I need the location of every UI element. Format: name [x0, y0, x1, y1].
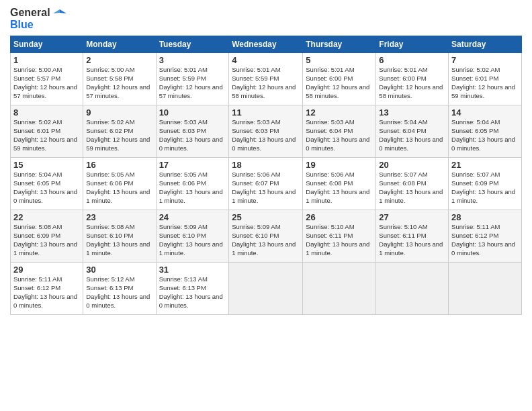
day-number: 2 [86, 55, 152, 65]
day-info: Sunrise: 5:05 AMSunset: 6:06 PMDaylight:… [86, 171, 150, 203]
calendar-cell: 18 Sunrise: 5:06 AMSunset: 6:07 PMDaylig… [229, 158, 303, 210]
day-number: 11 [232, 107, 300, 118]
calendar-table: SundayMondayTuesdayWednesdayThursdayFrid… [10, 36, 522, 315]
calendar-cell [449, 263, 522, 315]
calendar-cell: 23 Sunrise: 5:08 AMSunset: 6:10 PMDaylig… [83, 210, 156, 263]
day-number: 3 [159, 55, 226, 65]
main-container: General Blue SundayMondayTuesdayWednesda… [0, 0, 532, 322]
day-header-monday: Monday [83, 36, 156, 53]
calendar-cell: 6 Sunrise: 5:01 AMSunset: 6:00 PMDayligh… [376, 53, 449, 105]
day-number: 26 [306, 212, 373, 222]
day-number: 8 [13, 107, 80, 118]
calendar-week-row: 8 Sunrise: 5:02 AMSunset: 6:01 PMDayligh… [11, 105, 522, 158]
calendar-cell: 17 Sunrise: 5:05 AMSunset: 6:06 PMDaylig… [156, 158, 229, 210]
calendar-cell [303, 263, 376, 315]
day-number: 15 [13, 160, 80, 170]
day-info: Sunrise: 5:01 AMSunset: 5:59 PMDaylight:… [232, 66, 296, 99]
day-info: Sunrise: 5:11 AMSunset: 6:12 PMDaylight:… [451, 223, 515, 256]
day-number: 7 [451, 55, 519, 65]
day-number: 19 [306, 160, 373, 170]
day-number: 30 [86, 265, 152, 275]
calendar-week-row: 22 Sunrise: 5:08 AMSunset: 6:09 PMDaylig… [11, 210, 522, 263]
day-info: Sunrise: 5:08 AMSunset: 6:10 PMDaylight:… [86, 223, 150, 256]
calendar-cell: 28 Sunrise: 5:11 AMSunset: 6:12 PMDaylig… [449, 210, 522, 263]
calendar-cell: 22 Sunrise: 5:08 AMSunset: 6:09 PMDaylig… [11, 210, 83, 263]
calendar-cell: 1 Sunrise: 5:00 AMSunset: 5:57 PMDayligh… [11, 53, 83, 105]
calendar-cell: 2 Sunrise: 5:00 AMSunset: 5:58 PMDayligh… [83, 53, 156, 105]
calendar-cell: 9 Sunrise: 5:02 AMSunset: 6:02 PMDayligh… [83, 105, 156, 158]
day-number: 25 [232, 212, 300, 222]
day-number: 17 [159, 160, 226, 170]
day-number: 14 [451, 107, 519, 118]
calendar-cell: 19 Sunrise: 5:06 AMSunset: 6:08 PMDaylig… [303, 158, 376, 210]
logo-bird-icon [53, 8, 66, 19]
day-info: Sunrise: 5:07 AMSunset: 6:08 PMDaylight:… [379, 171, 443, 203]
day-number: 27 [379, 212, 445, 222]
calendar-cell: 16 Sunrise: 5:05 AMSunset: 6:06 PMDaylig… [83, 158, 156, 210]
day-number: 28 [451, 212, 519, 222]
svg-marker-1 [53, 9, 60, 13]
day-info: Sunrise: 5:10 AMSunset: 6:11 PMDaylight:… [379, 223, 443, 256]
day-info: Sunrise: 5:08 AMSunset: 6:09 PMDaylight:… [13, 223, 77, 256]
day-info: Sunrise: 5:00 AMSunset: 5:57 PMDaylight:… [13, 66, 77, 99]
calendar-week-row: 1 Sunrise: 5:00 AMSunset: 5:57 PMDayligh… [11, 53, 522, 105]
day-number: 10 [159, 107, 226, 118]
calendar-cell: 24 Sunrise: 5:09 AMSunset: 6:10 PMDaylig… [156, 210, 229, 263]
day-header-friday: Friday [376, 36, 449, 53]
day-number: 5 [306, 55, 373, 65]
day-info: Sunrise: 5:09 AMSunset: 6:10 PMDaylight:… [232, 223, 296, 256]
calendar-cell [229, 263, 303, 315]
calendar-cell: 20 Sunrise: 5:07 AMSunset: 6:08 PMDaylig… [376, 158, 449, 210]
day-number: 29 [13, 265, 80, 275]
day-info: Sunrise: 5:00 AMSunset: 5:58 PMDaylight:… [86, 66, 150, 99]
day-info: Sunrise: 5:02 AMSunset: 6:01 PMDaylight:… [13, 118, 77, 151]
logo: General Blue [10, 7, 66, 30]
calendar-cell: 12 Sunrise: 5:03 AMSunset: 6:04 PMDaylig… [303, 105, 376, 158]
calendar-cell: 15 Sunrise: 5:04 AMSunset: 6:05 PMDaylig… [11, 158, 83, 210]
day-header-thursday: Thursday [303, 36, 376, 53]
calendar-cell: 30 Sunrise: 5:12 AMSunset: 6:13 PMDaylig… [83, 263, 156, 315]
day-info: Sunrise: 5:02 AMSunset: 6:02 PMDaylight:… [86, 118, 150, 151]
day-info: Sunrise: 5:04 AMSunset: 6:05 PMDaylight:… [451, 118, 515, 151]
day-number: 24 [159, 212, 226, 222]
day-number: 21 [451, 160, 519, 170]
day-number: 16 [86, 160, 152, 170]
day-info: Sunrise: 5:03 AMSunset: 6:03 PMDaylight:… [232, 118, 296, 151]
day-info: Sunrise: 5:01 AMSunset: 5:59 PMDaylight:… [159, 66, 223, 99]
calendar-cell [376, 263, 449, 315]
logo-text: General Blue [10, 7, 66, 30]
day-info: Sunrise: 5:02 AMSunset: 6:01 PMDaylight:… [451, 66, 515, 99]
day-info: Sunrise: 5:10 AMSunset: 6:11 PMDaylight:… [306, 223, 369, 256]
day-number: 12 [306, 107, 373, 118]
calendar-cell: 27 Sunrise: 5:10 AMSunset: 6:11 PMDaylig… [376, 210, 449, 263]
day-number: 4 [232, 55, 300, 65]
svg-marker-0 [60, 9, 66, 13]
calendar-cell: 3 Sunrise: 5:01 AMSunset: 5:59 PMDayligh… [156, 53, 229, 105]
day-number: 20 [379, 160, 445, 170]
day-info: Sunrise: 5:12 AMSunset: 6:13 PMDaylight:… [86, 275, 150, 308]
day-number: 9 [86, 107, 152, 118]
day-header-saturday: Saturday [449, 36, 522, 53]
calendar-cell: 31 Sunrise: 5:13 AMSunset: 6:13 PMDaylig… [156, 263, 229, 315]
day-number: 6 [379, 55, 445, 65]
calendar-week-row: 29 Sunrise: 5:11 AMSunset: 6:12 PMDaylig… [11, 263, 522, 315]
header: General Blue [10, 7, 522, 30]
day-info: Sunrise: 5:09 AMSunset: 6:10 PMDaylight:… [159, 223, 223, 256]
day-info: Sunrise: 5:11 AMSunset: 6:12 PMDaylight:… [13, 275, 77, 308]
calendar-cell: 4 Sunrise: 5:01 AMSunset: 5:59 PMDayligh… [229, 53, 303, 105]
day-info: Sunrise: 5:01 AMSunset: 6:00 PMDaylight:… [306, 66, 369, 99]
calendar-cell: 26 Sunrise: 5:10 AMSunset: 6:11 PMDaylig… [303, 210, 376, 263]
calendar-cell: 21 Sunrise: 5:07 AMSunset: 6:09 PMDaylig… [449, 158, 522, 210]
calendar-cell: 11 Sunrise: 5:03 AMSunset: 6:03 PMDaylig… [229, 105, 303, 158]
day-header-wednesday: Wednesday [229, 36, 303, 53]
day-info: Sunrise: 5:05 AMSunset: 6:06 PMDaylight:… [159, 171, 223, 203]
day-number: 22 [13, 212, 80, 222]
day-info: Sunrise: 5:06 AMSunset: 6:08 PMDaylight:… [306, 171, 369, 203]
day-number: 13 [379, 107, 445, 118]
day-info: Sunrise: 5:07 AMSunset: 6:09 PMDaylight:… [451, 171, 515, 203]
day-number: 31 [159, 265, 226, 275]
day-info: Sunrise: 5:03 AMSunset: 6:04 PMDaylight:… [306, 118, 369, 151]
day-number: 23 [86, 212, 152, 222]
calendar-cell: 8 Sunrise: 5:02 AMSunset: 6:01 PMDayligh… [11, 105, 83, 158]
day-info: Sunrise: 5:13 AMSunset: 6:13 PMDaylight:… [159, 275, 223, 308]
